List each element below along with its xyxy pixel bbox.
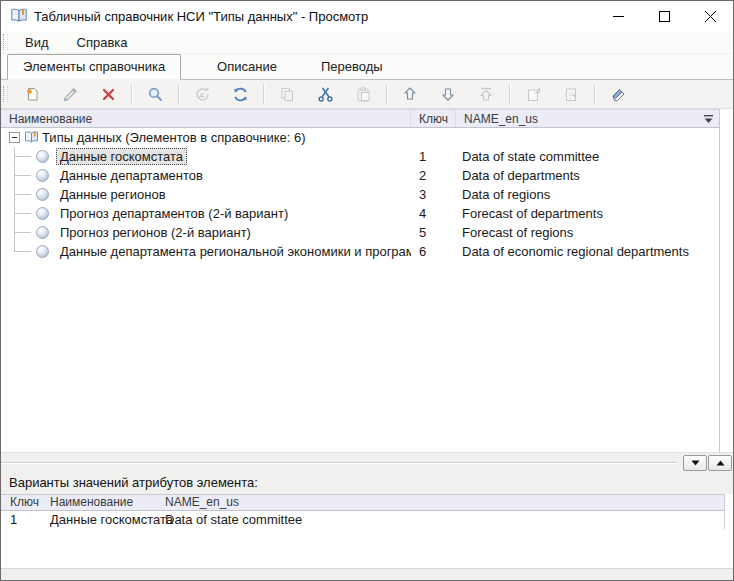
svg-text:A: A — [199, 91, 205, 100]
column-header-key[interactable]: Ключ — [411, 110, 456, 127]
collapse-icon[interactable] — [9, 132, 20, 143]
app-book-icon — [10, 7, 28, 25]
tree-branch-line — [15, 232, 31, 233]
splitter-groove[interactable] — [1, 462, 677, 464]
tree-item-name-en: Data of economic regional departments — [456, 244, 719, 259]
triangle-down-icon — [691, 460, 700, 466]
column-header-name[interactable]: Наименование — [1, 110, 411, 127]
bottom-table-block: Ключ Наименование NAME_en_us 1 Данные го… — [1, 494, 733, 529]
bottom-table-rows: 1 Данные госкомстата Data of state commi… — [1, 511, 724, 529]
main-table-header: Наименование Ключ NAME_en_us — [1, 109, 719, 128]
tree-item-name-en: Forecast of regions — [456, 225, 719, 240]
element-sphere-icon — [36, 245, 49, 258]
toolbar-separator — [263, 84, 264, 104]
maximize-button[interactable] — [641, 1, 687, 31]
element-sphere-icon — [36, 169, 49, 182]
auto-replace-icon[interactable]: A — [188, 82, 216, 106]
tree-area: Типы данных (Элементов в справочнике: 6)… — [1, 128, 719, 412]
close-button[interactable] — [687, 1, 733, 31]
title-bar[interactable]: Табличный справочник НСИ "Типы данных" -… — [1, 1, 733, 31]
menu-view[interactable]: Вид — [14, 33, 60, 52]
import-element-icon[interactable] — [557, 82, 585, 106]
tree-item-row[interactable]: Прогноз департаментов (2-й вариант) 4 Fo… — [1, 204, 719, 223]
search-icon[interactable] — [141, 82, 169, 106]
delete-icon[interactable] — [94, 82, 122, 106]
tree-item-row[interactable]: Прогноз регионов (2-й вариант) 5 Forecas… — [1, 223, 719, 242]
move-to-top-icon[interactable] — [472, 82, 500, 106]
move-up-icon[interactable] — [396, 82, 424, 106]
tree-branch-line — [15, 213, 31, 214]
paste-icon[interactable] — [349, 82, 377, 106]
tree-root-row[interactable]: Типы данных (Элементов в справочнике: 6) — [1, 128, 719, 147]
tab-strip: Элементы справочника Описание Переводы — [1, 54, 733, 80]
collapse-panel-button[interactable] — [683, 455, 707, 471]
tree-item-label: Данные госкомстата — [56, 148, 187, 165]
toolbar-separator — [386, 84, 387, 104]
toolbar-gripper[interactable] — [3, 86, 8, 102]
export-element-icon[interactable] — [519, 82, 547, 106]
toolbar-separator — [594, 84, 595, 104]
main-table-block: Наименование Ключ NAME_en_us — [1, 109, 733, 452]
window-controls — [595, 1, 733, 31]
tree-branch-line — [15, 175, 31, 176]
panel-splitter[interactable] — [1, 452, 733, 472]
variant-name-en: Data of state committee — [156, 512, 724, 527]
toolbar-separator — [509, 84, 510, 104]
tree-item-key: 3 — [411, 187, 456, 202]
tree-item-key: 5 — [411, 225, 456, 240]
tree-item-name-en: Data of regions — [456, 187, 719, 202]
tab-description[interactable]: Описание — [195, 55, 299, 79]
bottom-column-name-en[interactable]: NAME_en_us — [156, 495, 724, 509]
tree-item-row[interactable]: Данные департамента региональной экономи… — [1, 242, 719, 261]
element-sphere-icon — [36, 207, 49, 220]
tree-item-label: Прогноз регионов (2-й вариант) — [56, 224, 255, 241]
variant-name: Данные госкомстата — [41, 512, 156, 527]
tree-item-key: 4 — [411, 206, 456, 221]
tree-item-row[interactable]: Данные департаментов 2 Data of departmen… — [1, 166, 719, 185]
tree-item-label: Прогноз департаментов (2-й вариант) — [56, 205, 292, 222]
bottom-panel-caption-row: Варианты значений атрибутов элемента: — [1, 472, 733, 494]
window-title: Табличный справочник НСИ "Типы данных" -… — [34, 9, 368, 24]
tree-item-label: Данные регионов — [56, 186, 170, 203]
move-down-icon[interactable] — [434, 82, 462, 106]
tree-item-row[interactable]: Данные регионов 3 Data of regions — [1, 185, 719, 204]
toolbar-separator — [178, 84, 179, 104]
add-item-icon[interactable] — [18, 82, 46, 106]
minimize-button[interactable] — [595, 1, 641, 31]
tree-branch-line — [15, 156, 31, 157]
cut-icon[interactable] — [311, 82, 339, 106]
edit-icon[interactable] — [56, 82, 84, 106]
refresh-icon[interactable] — [226, 82, 254, 106]
bottom-scrollbar-strip[interactable] — [724, 494, 733, 529]
tab-translations[interactable]: Переводы — [299, 55, 405, 79]
tree-root-label: Типы данных (Элементов в справочнике: 6) — [42, 130, 306, 145]
column-chooser-icon — [703, 114, 714, 124]
tree-item-key: 6 — [411, 244, 456, 259]
tree-branch-line — [15, 194, 31, 195]
expand-panel-button[interactable] — [708, 455, 732, 471]
menu-help[interactable]: Справка — [66, 33, 139, 52]
column-header-name-en[interactable]: NAME_en_us — [456, 110, 698, 127]
tree-item-row[interactable]: Данные госкомстата 1 Data of state commi… — [1, 147, 719, 166]
toolbar: A — [1, 80, 733, 109]
bottom-column-name[interactable]: Наименование — [41, 495, 156, 509]
bottom-panel-caption: Варианты значений атрибутов элемента: — [1, 475, 258, 490]
bottom-column-key[interactable]: Ключ — [1, 495, 41, 509]
element-sphere-icon — [36, 150, 49, 163]
menu-bar: Вид Справка — [1, 31, 733, 54]
attribute-variant-row[interactable]: 1 Данные госкомстата Data of state commi… — [1, 511, 724, 529]
status-bar — [1, 568, 733, 580]
bottom-panel-empty-area — [1, 529, 733, 569]
tree-rows: Данные госкомстата 1 Data of state commi… — [1, 147, 719, 261]
column-chooser-button[interactable] — [698, 110, 719, 127]
tree-item-label: Данные департаментов — [56, 167, 207, 184]
tree-item-name-en: Data of state committee — [456, 149, 719, 164]
variant-key: 1 — [1, 512, 41, 527]
app-window: Табличный справочник НСИ "Типы данных" -… — [0, 0, 734, 581]
tree-item-name-en: Forecast of departments — [456, 206, 719, 221]
menu-gripper[interactable] — [3, 34, 8, 50]
eraser-icon[interactable] — [604, 82, 632, 106]
scrollbar-strip[interactable] — [719, 109, 733, 452]
tab-elements[interactable]: Элементы справочника — [7, 54, 181, 80]
copy-icon[interactable] — [273, 82, 301, 106]
